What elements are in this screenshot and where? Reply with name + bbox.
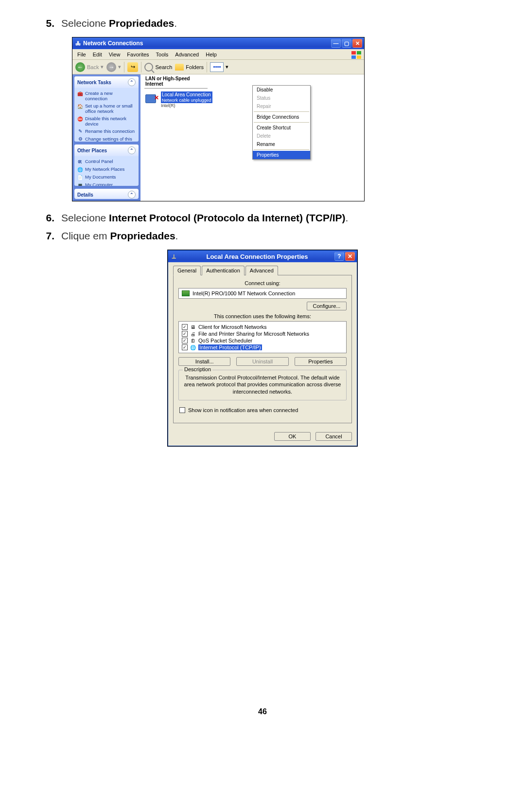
list-item[interactable]: 🖥Client for Microsoft Networks: [181, 324, 344, 330]
step-6-text-b: Internet Protocol (Protocolo da Internet…: [109, 212, 346, 223]
ctx-properties[interactable]: Properties: [253, 151, 310, 159]
menu-help[interactable]: Help: [203, 51, 220, 58]
views-button[interactable]: ▾: [210, 62, 228, 72]
figure-network-connections: 🖧 Network Connections — ▢ ✕ File Edit Vi…: [72, 37, 365, 201]
forward-button[interactable]: →▾: [106, 62, 121, 72]
ctx-status[interactable]: Status: [253, 94, 310, 102]
collapse-chevron-icon[interactable]: ⌃: [128, 78, 136, 86]
folders-button[interactable]: Folders: [175, 64, 204, 71]
adapter-field: Intel(R) PRO/1000 MT Network Connection: [178, 288, 347, 299]
step-5-num: 5.: [39, 17, 54, 30]
ctx-repair[interactable]: Repair: [253, 102, 310, 110]
sidebar-item-my-documents[interactable]: 📄My Documents: [77, 174, 136, 181]
side-pane: Network Tasks⌃ 🧰Create a new connection …: [72, 74, 140, 201]
checkbox-icon[interactable]: [182, 331, 188, 337]
dialog-titlebar[interactable]: ⊥ Local Area Connection Properties ? ✕: [168, 251, 357, 262]
checkbox-icon[interactable]: [182, 338, 188, 343]
toolbar-separator: [124, 62, 124, 72]
list-item-tcpip[interactable]: 🌐Internet Protocol (TCP/IP): [181, 344, 344, 351]
tab-general[interactable]: General: [173, 266, 201, 275]
cancel-button[interactable]: Cancel: [315, 432, 352, 441]
properties-button[interactable]: Properties: [295, 357, 347, 366]
checkbox-icon[interactable]: [182, 324, 188, 330]
sidebar-item-change-settings[interactable]: ⚙Change settings of this connection: [77, 136, 136, 142]
show-icon-label: Show icon in notification area when conn…: [188, 407, 298, 413]
show-icon-row[interactable]: Show icon in notification area when conn…: [179, 407, 346, 413]
tab-authentication[interactable]: Authentication: [202, 266, 245, 275]
network-places-icon: 🌐: [77, 167, 83, 173]
show-icon-checkbox[interactable]: [179, 407, 185, 413]
connection-item[interactable]: ✕ Local Area Connection Network cable un…: [140, 89, 218, 108]
help-button[interactable]: ?: [334, 252, 344, 261]
install-button[interactable]: Install...: [178, 357, 230, 366]
up-folder-button[interactable]: ↪: [127, 62, 138, 72]
menu-favorites[interactable]: Favorites: [124, 51, 152, 58]
menu-tools[interactable]: Tools: [153, 51, 172, 58]
collapse-chevron-icon[interactable]: ⌃: [128, 146, 136, 154]
list-item-label: File and Printer Sharing for Microsoft N…: [198, 331, 309, 337]
computer-icon: 💻: [77, 182, 83, 186]
menu-view[interactable]: View: [106, 51, 123, 58]
minimize-button[interactable]: —: [331, 39, 341, 48]
ctx-bridge[interactable]: Bridge Connections: [253, 113, 310, 121]
sidebar-item-label: My Documents: [85, 175, 116, 180]
step-7: 7. Clique em Propriedades.: [39, 229, 486, 243]
ok-button[interactable]: OK: [274, 432, 311, 441]
ctx-shortcut[interactable]: Create Shortcut: [253, 124, 310, 132]
sidebar-item-my-computer[interactable]: 💻My Computer: [77, 181, 136, 186]
chevron-down-icon: ▾: [101, 64, 104, 70]
search-icon: [144, 63, 153, 72]
configure-button[interactable]: Configure...: [307, 302, 347, 310]
tabs: General Authentication Advanced: [173, 266, 352, 275]
dialog-icon: ⊥: [170, 253, 178, 260]
back-button[interactable]: ←Back ▾: [75, 62, 104, 72]
sidebar-item-disable-device[interactable]: ⛔Disable this network device: [77, 115, 136, 128]
menubar: File Edit View Favorites Tools Advanced …: [72, 49, 364, 60]
folders-label: Folders: [186, 64, 204, 70]
folder-icon: [175, 64, 184, 71]
menu-advanced[interactable]: Advanced: [172, 51, 202, 58]
context-menu: Disable Status Repair Bridge Connections…: [252, 85, 311, 160]
tab-advanced[interactable]: Advanced: [245, 266, 278, 275]
search-button[interactable]: Search: [144, 63, 172, 72]
menu-file[interactable]: File: [74, 51, 89, 58]
description-legend: Description: [183, 366, 212, 372]
list-item[interactable]: 🗓QoS Packet Scheduler: [181, 337, 344, 344]
close-button[interactable]: ✕: [352, 39, 362, 48]
svg-rect-1: [357, 51, 361, 54]
connection-items-list[interactable]: 🖥Client for Microsoft Networks 🖨File and…: [178, 321, 347, 353]
items-label: This connection uses the following items…: [178, 313, 347, 319]
sidebar-item-network-places[interactable]: 🌐My Network Places: [77, 166, 136, 174]
ctx-delete[interactable]: Delete: [253, 132, 310, 140]
sidebar-item-label: Change settings of this connection: [85, 137, 136, 142]
checkbox-icon[interactable]: [182, 344, 188, 350]
close-button[interactable]: ✕: [345, 252, 355, 261]
ctx-rename[interactable]: Rename: [253, 140, 310, 148]
connection-name: Local Area Connection: [161, 91, 212, 98]
rename-icon: ✎: [77, 129, 83, 135]
list-item-label: Internet Protocol (TCP/IP): [198, 344, 262, 350]
sidebar-item-rename[interactable]: ✎Rename this connection: [77, 128, 136, 136]
nic-icon: ✕: [144, 91, 159, 106]
ctx-separator: [254, 111, 309, 112]
uninstall-button[interactable]: Uninstall: [236, 357, 288, 366]
list-item-label: QoS Packet Scheduler: [198, 338, 252, 343]
tab-panel-general: Connect using: Intel(R) PRO/1000 MT Netw…: [173, 275, 352, 423]
toolbar-separator: [207, 62, 207, 72]
step-5-text-b: Propriedades: [109, 18, 174, 29]
menu-edit[interactable]: Edit: [90, 51, 105, 58]
ctx-separator: [254, 122, 309, 123]
sidebar-item-label: Control Panel: [85, 159, 113, 164]
other-places-header: Other Places: [77, 148, 107, 153]
sidebar-item-create-connection[interactable]: 🧰Create a new connection: [77, 90, 136, 103]
sidebar-item-label: Set up a home or small office network: [85, 104, 136, 114]
sidebar-item-control-panel[interactable]: 🛠Control Panel: [77, 158, 136, 166]
list-item[interactable]: 🖨File and Printer Sharing for Microsoft …: [181, 330, 344, 337]
sidebar-item-setup-network[interactable]: 🏠Set up a home or small office network: [77, 103, 136, 115]
maximize-button[interactable]: ▢: [342, 39, 351, 48]
sidebar-item-label: My Network Places: [85, 167, 124, 172]
ctx-disable[interactable]: Disable: [253, 86, 310, 94]
collapse-chevron-icon[interactable]: ⌃: [128, 191, 136, 198]
svg-rect-3: [357, 55, 361, 59]
window-titlebar[interactable]: 🖧 Network Connections — ▢ ✕: [72, 37, 364, 49]
